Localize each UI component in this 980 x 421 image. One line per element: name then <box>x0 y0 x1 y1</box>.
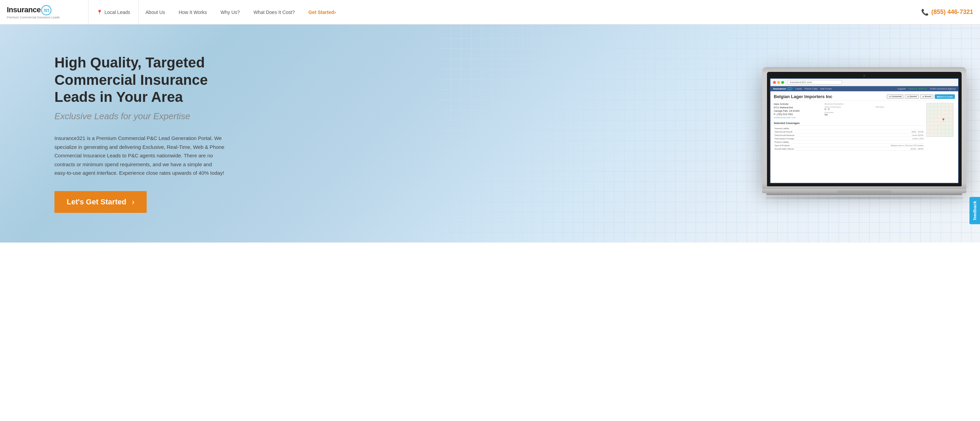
coverage-label: Type of Products <box>774 144 831 147</box>
screen-notes-label: Add Note... <box>875 106 886 108</box>
screen-support: Support <box>897 88 906 90</box>
screen-balance: Balance: $365.00 <box>908 88 927 90</box>
screen-nav-leads: Leads <box>795 88 802 90</box>
screen-contact-name: Hans Schmitz <box>774 103 822 105</box>
screen-notes-col: Add Note... <box>875 103 924 120</box>
screen-action-buttons: ▲ Contacted ▲ Quoted ▲ Bound ◀ Back to L… <box>887 94 955 99</box>
screen-nav-phone: Phone Calls <box>805 88 818 90</box>
screen-body-inner: Hans Schmitz 8711 National Ave Canoga Pa… <box>774 103 955 151</box>
table-row: Total Square FootageUnder 1,000 <box>774 137 924 140</box>
screen-biz-years: Years In Business 0 - 3 <box>824 106 873 110</box>
pin-icon: 📍 <box>97 10 102 15</box>
cta-button[interactable]: Let's Get Started › <box>54 191 147 213</box>
coverage-label: General Liability <box>774 127 831 130</box>
coverage-label: Total Annual Revenue <box>774 134 831 137</box>
screen-biz-franchise-value: No <box>824 113 873 116</box>
hero-body: Insurance321 is a Premium Commercial P&C… <box>54 134 224 177</box>
phone-icon: 📞 <box>921 8 929 16</box>
phone-area[interactable]: 📞 (855) 446-7321 <box>921 8 973 16</box>
hero-section: High Quality, Targeted Commercial Insura… <box>0 24 980 242</box>
screen-browser-chrome: insurance321.com <box>770 79 958 86</box>
traffic-light-red <box>773 81 776 84</box>
local-leads[interactable]: 📍 Local Leads <box>89 0 139 24</box>
laptop-screen: insurance321.com Insurance321 Leads Phon… <box>770 78 959 183</box>
logo-badge: 321 <box>41 5 51 15</box>
screen-info-grid: Hans Schmitz 8711 National Ave Canoga Pa… <box>774 103 924 120</box>
main-nav: About Us How It Works Why Us? What Does … <box>139 0 921 24</box>
cta-label: Let's Get Started <box>67 198 126 206</box>
screen-contact-email: test@insurance321.com <box>774 116 822 118</box>
laptop-bezel: insurance321.com Insurance321 Leads Phon… <box>767 72 962 186</box>
screen-biz-desc-label: Business Description <box>824 103 873 105</box>
coverage-value <box>831 140 924 144</box>
coverage-value: $50k - $150k <box>831 130 924 134</box>
screen-btn-contacted: ▲ Contacted <box>887 94 904 99</box>
url-bar: insurance321.com <box>788 80 842 85</box>
screen-nav-funds: Add Funds <box>820 88 832 90</box>
hero-subtitle: Exclusive Leads for your Expertise <box>54 111 224 121</box>
traffic-light-green <box>781 81 784 84</box>
table-row: Product Liability <box>774 140 924 144</box>
cta-arrow-icon: › <box>132 197 134 207</box>
laptop-illustration: insurance321.com Insurance321 Leads Phon… <box>762 67 966 200</box>
nav-get-started[interactable]: Get Started <box>301 0 343 24</box>
screen-company-name: Belgian Lager Importers Inc ▲ Contacted … <box>774 94 955 101</box>
screen-inner: insurance321.com Insurance321 Leads Phon… <box>770 79 958 183</box>
screen-city-value: Canoga Park, CA 91304 <box>774 110 822 112</box>
screen-btn-bound: ▲ Bound <box>920 94 933 99</box>
screen-left-column: Hans Schmitz 8711 National Ave Canoga Pa… <box>774 103 924 151</box>
nav-why-us[interactable]: Why Us? <box>214 0 247 24</box>
screen-contact-name-value: Hans Schmitz <box>774 103 822 105</box>
screen-btn-back: ◀ Back to Leads <box>935 94 955 99</box>
traffic-light-yellow <box>777 81 780 84</box>
coverage-value: Belgian beer in 33cl and 75cl bottles <box>831 144 924 147</box>
laptop-base <box>762 189 966 193</box>
screen-coverages-table: General Liability Total Annual Payroll$5… <box>774 127 924 151</box>
screen-app-logo: Insurance321 <box>773 87 792 90</box>
screen-business-col: Business Description Years In Business 0… <box>824 103 873 120</box>
logo-text: Insurance321 <box>7 5 51 14</box>
screen-nav-items: Leads Phone Calls Add Funds <box>795 88 832 90</box>
screen-nav-bar: Insurance321 Leads Phone Calls Add Funds… <box>770 86 958 91</box>
table-row: General Liability <box>774 127 924 130</box>
screen-nav-right: Support Balance: $365.00 Smith Insurance… <box>897 88 956 90</box>
screen-body: Belgian Lager Importers Inc ▲ Contacted … <box>770 91 958 153</box>
nav-how-it-works[interactable]: How It Works <box>172 0 214 24</box>
table-row: Annual Sales Volume$100k - $500k <box>774 147 924 151</box>
logo[interactable]: Insurance321 Premium Commercial Insuranc… <box>7 5 60 19</box>
screen-contact-city: Canoga Park, CA 91304 <box>774 110 822 112</box>
screen-contact-col: Hans Schmitz 8711 National Ave Canoga Pa… <box>774 103 822 120</box>
screen-address-value: 8711 National Ave <box>774 106 822 108</box>
screen-biz-franchise: Franchise No <box>824 112 873 116</box>
laptop: insurance321.com Insurance321 Leads Phon… <box>762 67 966 200</box>
table-row: Type of ProductsBelgian beer in 33cl and… <box>774 144 924 147</box>
screen-contact-address: 8711 National Ave <box>774 106 822 108</box>
laptop-camera <box>863 75 865 77</box>
phone-number: (855) 446-7321 <box>931 8 973 16</box>
screen-map-column: 📍 <box>926 103 955 151</box>
nav-about[interactable]: About Us <box>139 0 172 24</box>
laptop-shadow <box>765 196 963 200</box>
screen-company-text: Belgian Lager Importers Inc <box>774 94 832 99</box>
coverage-label: Total Square Footage <box>774 137 831 140</box>
screen-phone-value: P: (702) 515-7501 <box>774 113 822 115</box>
hero-title: High Quality, Targeted Commercial Insura… <box>54 54 224 105</box>
logo-area: Insurance321 Premium Commercial Insuranc… <box>7 0 89 24</box>
logo-subtext: Premium Commercial Insurance Leads <box>7 16 60 19</box>
feedback-label[interactable]: feedback <box>969 197 980 224</box>
nav-what-cost[interactable]: What Does It Cost? <box>247 0 301 24</box>
coverage-label: Total Annual Payroll <box>774 130 831 134</box>
screen-btn-quoted: ▲ Quoted <box>905 94 919 99</box>
coverage-value: Under 1,000 <box>831 137 924 140</box>
screen-contact-phone: P: (702) 515-7501 <box>774 113 822 115</box>
map-pin-icon: 📍 <box>941 118 945 122</box>
coverage-label: Annual Sales Volume <box>774 147 831 151</box>
screen-map: 📍 <box>926 103 953 137</box>
screen-agency: Smith Insurance Agency <box>930 88 956 90</box>
table-row: Total Annual Payroll$50k - $150k <box>774 130 924 134</box>
coverage-value <box>831 127 924 130</box>
coverage-value: Under $250k <box>831 134 924 137</box>
laptop-foot <box>766 193 962 195</box>
local-leads-label: Local Leads <box>105 10 130 15</box>
feedback-tab[interactable]: feedback <box>969 197 980 224</box>
